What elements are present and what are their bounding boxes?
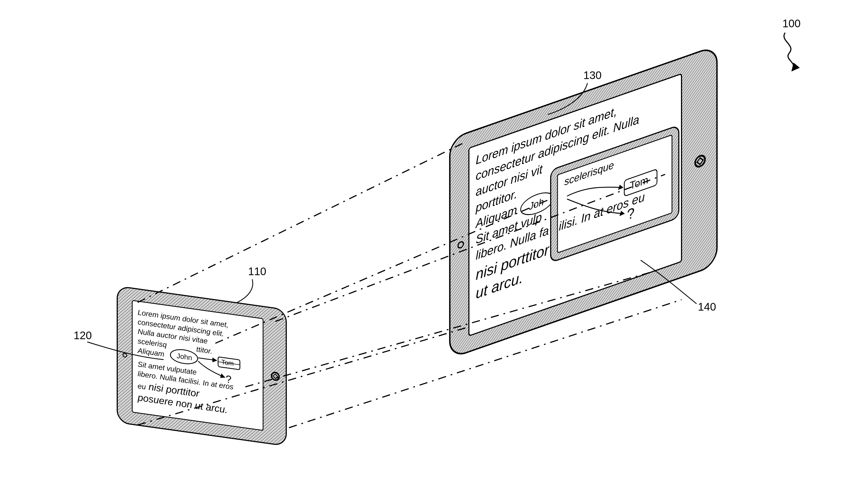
ref-100: 100	[782, 17, 801, 30]
svg-line-20	[138, 142, 466, 302]
ref-110: 110	[248, 265, 266, 277]
ref-100-squiggle	[784, 33, 794, 71]
small-tablet: Lorem ipsum dolor sit amet, consectetur …	[117, 286, 286, 446]
ref-120: 120	[74, 329, 92, 341]
ref-130: 130	[584, 69, 602, 81]
patent-figure: Lorem ipsum dolor sit amet, consectetur …	[0, 0, 853, 504]
sm-q: ?	[226, 373, 231, 385]
ref-140: 140	[698, 301, 716, 313]
sm-line-8a: eu	[138, 382, 146, 391]
